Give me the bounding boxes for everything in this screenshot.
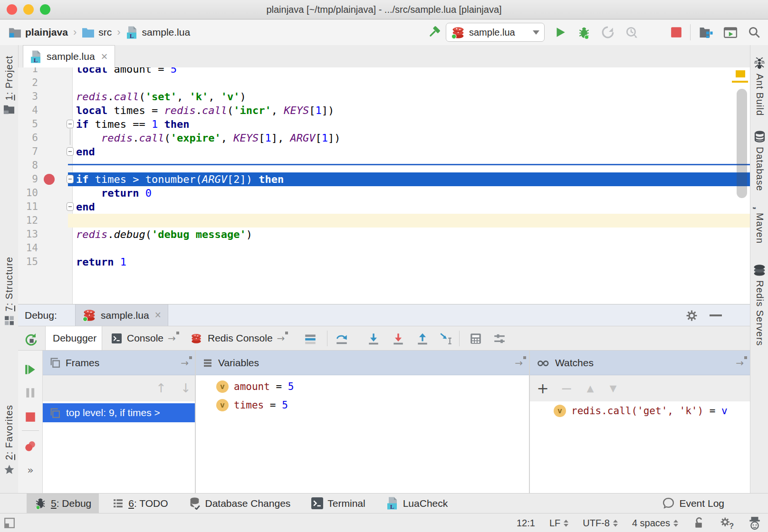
- toolwindow-tab-debug[interactable]: 5: Debug: [27, 494, 99, 513]
- run-dashboard-button[interactable]: [722, 24, 739, 40]
- line-number[interactable]: 3: [18, 90, 38, 104]
- code-line-5[interactable]: 5if times == 1 then: [18, 117, 750, 131]
- code-line-14[interactable]: 14: [18, 241, 750, 255]
- editor-scrollbar[interactable]: [737, 89, 747, 198]
- line-number[interactable]: 2: [18, 76, 38, 90]
- line-number[interactable]: 12: [18, 214, 38, 228]
- external-window-icon[interactable]: →: [515, 357, 523, 369]
- step-out-button[interactable]: [415, 332, 430, 346]
- breadcrumb-item-plainjava[interactable]: plainjava: [9, 27, 68, 38]
- close-session-icon[interactable]: ×: [155, 309, 161, 322]
- encoding-select[interactable]: UTF-8: [583, 518, 618, 529]
- run-with-coverage-button[interactable]: [600, 24, 616, 40]
- toolwindow-tab-terminal[interactable]: Terminal: [304, 494, 373, 513]
- tool-stripe-button-redis-servers[interactable]: Redis Servers: [752, 264, 767, 346]
- down-arrow-icon[interactable]: ↓: [181, 381, 191, 395]
- editor-tab-sample-lua[interactable]: L sample.lua ×: [23, 45, 115, 67]
- hide-panel-button[interactable]: [710, 314, 722, 316]
- remove-watch-button[interactable]: −: [559, 381, 574, 395]
- code-line-11[interactable]: 11end: [18, 200, 750, 214]
- code-line-6[interactable]: 6 redis.call('expire', KEYS[1], ARGV[1]): [18, 131, 750, 145]
- debugger-tab-console[interactable]: Console→: [104, 326, 179, 350]
- line-number[interactable]: 10: [18, 186, 38, 200]
- code-line-10[interactable]: 10 return 0: [18, 186, 750, 200]
- lock-icon[interactable]: [692, 517, 705, 530]
- toolwindow-tab-todo[interactable]: 6: TODO: [105, 494, 175, 513]
- code-editor[interactable]: 1local amount = 523redis.call('set', 'k'…: [18, 67, 750, 304]
- debug-session-tab[interactable]: sample.lua ×: [75, 304, 168, 326]
- close-tab-icon[interactable]: ×: [101, 50, 108, 63]
- toggle-toolwindows-icon[interactable]: [4, 517, 15, 529]
- debugger-tab-debugger[interactable]: Debugger: [45, 326, 102, 350]
- rerun-button[interactable]: [23, 332, 38, 347]
- tool-stripe-button-structure[interactable]: 7: Structure: [4, 256, 15, 326]
- more-actions-button[interactable]: »: [23, 463, 38, 477]
- search-everywhere-button[interactable]: [746, 24, 762, 40]
- show-execution-point-button[interactable]: [303, 332, 317, 346]
- toolwindow-tab-database-changes[interactable]: Database Changes: [182, 494, 298, 513]
- code-line-8[interactable]: 8: [18, 159, 750, 172]
- step-into-button[interactable]: [366, 332, 381, 346]
- tool-stripe-button-ant-build[interactable]: Ant Build: [753, 57, 766, 116]
- move-down-button[interactable]: ▼: [606, 381, 620, 395]
- caret-position[interactable]: 12:1: [517, 518, 535, 529]
- fold-marker-icon[interactable]: [67, 147, 74, 156]
- run-button[interactable]: [552, 24, 568, 40]
- settings-sliders-button[interactable]: [492, 332, 507, 346]
- show-watches-glasses-icon[interactable]: [653, 381, 668, 395]
- line-number[interactable]: 6: [18, 131, 38, 145]
- line-number[interactable]: 8: [18, 159, 38, 172]
- breadcrumb-item-sample-lua[interactable]: Lsample.lua: [126, 26, 191, 39]
- man-with-hat-icon[interactable]: [748, 516, 761, 530]
- code-line-12[interactable]: 12: [18, 214, 750, 228]
- run-to-cursor-button[interactable]: [439, 332, 453, 346]
- watch-row[interactable]: vredis.call('get', 'k') = v: [554, 401, 728, 420]
- gear-question-icon[interactable]: ?: [720, 516, 734, 530]
- line-separator-select[interactable]: LF: [549, 518, 568, 529]
- view-breakpoints-button[interactable]: [23, 439, 38, 453]
- variable-row-amount[interactable]: vamount = 5: [216, 377, 294, 396]
- toolwindow-tab-luacheck[interactable]: LLuaCheck: [379, 494, 456, 513]
- profiler-button[interactable]: [624, 24, 640, 40]
- code-line-2[interactable]: 2: [18, 76, 750, 90]
- resume-button[interactable]: [23, 362, 38, 377]
- add-watch-button[interactable]: +: [536, 381, 550, 395]
- line-number[interactable]: 7: [18, 145, 38, 159]
- line-number[interactable]: 1: [18, 67, 38, 76]
- fold-marker-icon[interactable]: [67, 175, 74, 183]
- line-number[interactable]: 13: [18, 228, 38, 241]
- line-number[interactable]: 15: [18, 255, 38, 269]
- code-line-13[interactable]: 13redis.debug('debug message'): [18, 228, 750, 241]
- breakpoint-icon[interactable]: [44, 174, 55, 185]
- force-step-into-button[interactable]: [391, 332, 405, 346]
- up-arrow-icon[interactable]: ↑: [156, 381, 166, 395]
- indent-select[interactable]: 4 spaces: [632, 518, 678, 529]
- external-window-icon[interactable]: →: [736, 357, 744, 369]
- project-structure-button[interactable]: [698, 24, 714, 40]
- tool-stripe-button-project[interactable]: 1: Project: [3, 56, 15, 114]
- code-line-4[interactable]: 4local times = redis.call('incr', KEYS[1…: [18, 104, 750, 117]
- line-number[interactable]: 5: [18, 117, 38, 131]
- code-line-7[interactable]: 7end: [18, 145, 750, 159]
- run-configuration-select[interactable]: sample.lua: [446, 23, 545, 42]
- stop-process-button[interactable]: [23, 410, 38, 424]
- code-line-1[interactable]: 1local amount = 5: [18, 67, 750, 76]
- fold-marker-icon[interactable]: [67, 202, 74, 211]
- line-number[interactable]: 4: [18, 104, 38, 117]
- breadcrumb-item-src[interactable]: src: [82, 27, 112, 38]
- line-number[interactable]: 9: [18, 172, 38, 186]
- move-up-button[interactable]: ▲: [583, 381, 597, 395]
- evaluate-expression-button[interactable]: [469, 332, 483, 346]
- build-hammer-button[interactable]: [426, 24, 442, 40]
- gear-icon[interactable]: [685, 309, 698, 322]
- external-window-icon[interactable]: →: [181, 357, 189, 369]
- pause-button[interactable]: [23, 386, 38, 400]
- stop-button[interactable]: [668, 24, 684, 40]
- tool-stripe-button-favorites[interactable]: 2: Favorites: [3, 405, 15, 475]
- copy-icon[interactable]: [630, 381, 644, 395]
- event-log-button[interactable]: Event Log: [662, 497, 724, 510]
- tool-stripe-button-database[interactable]: Database: [754, 130, 766, 191]
- fold-marker-icon[interactable]: [67, 120, 74, 128]
- debug-button[interactable]: [576, 24, 592, 40]
- step-over-button[interactable]: [335, 332, 349, 346]
